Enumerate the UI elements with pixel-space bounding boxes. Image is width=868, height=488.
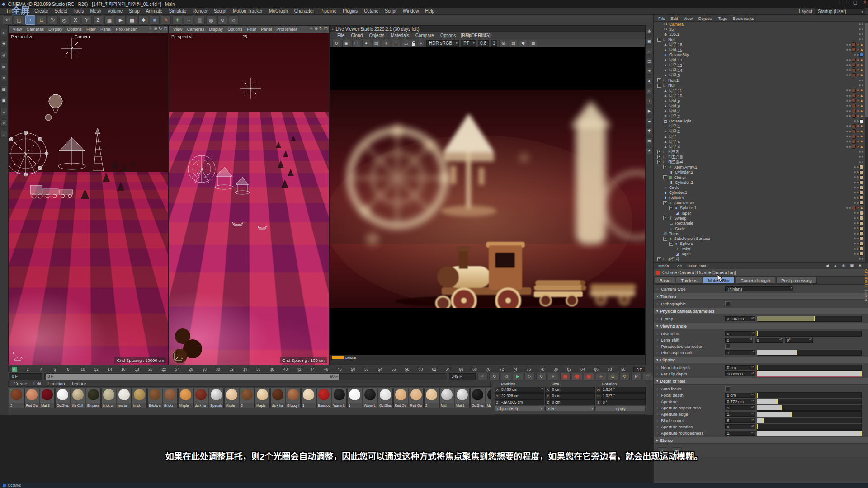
magnify-icon[interactable]: ◎	[0, 52, 8, 59]
section-clipping[interactable]: ▾Clipping	[654, 357, 868, 363]
clay-mode-icon[interactable]: ●	[362, 40, 370, 47]
objects-menu-item[interactable]: Objects	[366, 33, 387, 38]
object-tags[interactable]: ×▲	[846, 42, 863, 47]
restart-render-icon[interactable]: ↻	[332, 40, 340, 47]
material-dark-ha[interactable]: dark ha	[270, 388, 285, 408]
object-row-나무.9[interactable]: ▲나무.9×▲	[654, 98, 868, 103]
volume-menu-item[interactable]: Volume	[104, 8, 126, 14]
animation-dot-icon[interactable]: ○	[656, 351, 661, 354]
far-clip-depth-slider[interactable]	[757, 371, 862, 377]
select-menu-item[interactable]: Select	[51, 8, 70, 14]
section-depth-of-field[interactable]: ▾Depth of field	[654, 378, 868, 385]
viewport1-canvas[interactable]: Perspective Camera YX Grid Spacing : 100…	[9, 33, 168, 365]
animation-dot-icon[interactable]: ○	[656, 413, 661, 416]
current-frame-field[interactable]: 0 F	[9, 373, 42, 380]
material-specula[interactable]: Specula	[209, 388, 224, 408]
tab-camera-imager[interactable]: Camera Imager	[736, 277, 775, 284]
object-tags[interactable]	[859, 27, 863, 31]
near-clip-depth-slider[interactable]	[757, 365, 862, 371]
object-row-미끄럼틀[interactable]: +∟미끄럼틀	[654, 155, 868, 160]
minimize-icon[interactable]: —	[842, 0, 847, 5]
animation-dot-icon[interactable]: ○	[656, 317, 661, 320]
subframe-icon[interactable]: ▦	[529, 40, 537, 47]
material-mat[interactable]: Mat	[439, 388, 454, 408]
object-row-나무.13[interactable]: ▲나무.13×▲	[654, 57, 868, 62]
f-stop-slider[interactable]	[757, 316, 862, 322]
material-1[interactable]: 1	[347, 388, 362, 408]
picking-icon[interactable]: ✛	[382, 40, 390, 47]
sculpt-menu-item[interactable]: Sculpt	[211, 8, 230, 14]
render-region-icon[interactable]: ▩	[127, 15, 137, 25]
expand-icon[interactable]: +	[657, 78, 661, 82]
spline-icon[interactable]: ≈	[0, 74, 8, 81]
volume-icon[interactable]: ▒	[195, 15, 205, 25]
lens-shift-field-1[interactable]: 0▴▾	[755, 338, 783, 343]
object-tags[interactable]	[854, 165, 863, 169]
rotate-view-icon[interactable]: ↻	[159, 26, 162, 31]
object-tags[interactable]: ×▲	[846, 145, 863, 149]
close-icon[interactable]: ×	[863, 0, 866, 5]
object-row-나무.12[interactable]: ▲나무.12×▲	[654, 62, 868, 67]
camera-icon[interactable]: ⊙	[646, 28, 653, 35]
apply-button[interactable]: Apply	[596, 406, 646, 411]
render-view-icon[interactable]: ▶	[116, 15, 126, 25]
film-region-icon[interactable]: ▭	[402, 40, 410, 47]
mesh-menu-item[interactable]: Mesh	[87, 8, 104, 14]
camera-type-select[interactable]: Thinlens▾	[725, 286, 793, 291]
viewport-perspective-2[interactable]: ViewCamerasDisplayOptionsFilterPanelProR…	[169, 25, 329, 365]
primitive-cube-icon[interactable]: ■	[150, 15, 160, 25]
object-tags[interactable]	[859, 84, 863, 88]
resolution-scale-field[interactable]: 0.8	[478, 40, 489, 47]
object-tags[interactable]	[854, 242, 863, 246]
render-menu-item[interactable]: Render	[189, 8, 211, 14]
simulate-icon[interactable]: ∴	[184, 15, 193, 25]
object-row-circle[interactable]: ○Circle	[654, 226, 868, 231]
material-2[interactable]: ×2	[240, 388, 255, 408]
object-tags[interactable]: ×▲	[846, 58, 863, 62]
prorender-menu-item[interactable]: ProRender	[274, 27, 299, 32]
object-row-circle[interactable]: ○Circle	[654, 185, 868, 190]
function-menu-item[interactable]: Function	[44, 381, 68, 387]
animation-dot-icon[interactable]: ○	[656, 372, 661, 375]
panel-menu-item[interactable]: Panel	[98, 27, 113, 32]
section-viewing-angle[interactable]: ▾Viewing angle	[654, 323, 868, 329]
file-menu-item[interactable]: File	[334, 33, 348, 38]
loop-icon[interactable]: ↺	[536, 373, 547, 380]
object-row-null[interactable]: −∟Null	[654, 37, 868, 42]
material-warm-l[interactable]: Warm L	[332, 388, 347, 408]
rotation-b-field[interactable]: B0 °	[596, 399, 646, 405]
animation-dot-icon[interactable]: ○	[656, 287, 661, 291]
object-tags[interactable]: ×▲	[846, 94, 863, 98]
rotate-icon[interactable]: ↻	[48, 15, 58, 25]
size-y-field[interactable]: Y0 cm	[545, 393, 595, 399]
snap-menu-item[interactable]: Snap	[126, 8, 142, 14]
f-stop-field[interactable]: 3.236789▴▾	[725, 316, 755, 321]
animation-dot-icon[interactable]: ○	[656, 400, 661, 403]
object-row-torus[interactable]: ◎Torus	[654, 231, 868, 236]
object-row-나무.15[interactable]: ▲나무.15×▲	[654, 47, 868, 52]
axis-y-icon[interactable]: Y	[82, 15, 92, 25]
collapse-icon[interactable]: −	[657, 84, 661, 88]
pan-icon[interactable]: ✛	[149, 26, 153, 31]
material-dark-ha[interactable]: dark ha	[193, 388, 208, 408]
workplane-icon[interactable]: ▦	[0, 63, 8, 70]
position-x-field[interactable]: X8.468 cm▴▾	[495, 387, 544, 393]
material-red-oa[interactable]: Red Oa	[393, 388, 408, 408]
render-view[interactable]: DeMar	[330, 47, 645, 360]
material-2[interactable]: ×2	[9, 388, 24, 408]
object-tags[interactable]: ×▲	[846, 206, 863, 210]
pixel-aspect-ratio-field[interactable]: 1.▴▾	[725, 350, 755, 355]
keyframe-selection-icon[interactable]	[584, 373, 594, 380]
object-row-나무.2[interactable]: ≈나무.2×▲	[654, 129, 868, 134]
prorender-menu-item[interactable]: ProRender	[113, 27, 139, 32]
gear-icon[interactable]: ✱	[858, 263, 862, 268]
object-tags[interactable]	[854, 221, 863, 225]
material-bricks[interactable]: Bricks	[163, 388, 178, 408]
object-tags[interactable]: ×▲	[846, 63, 863, 67]
material-maple[interactable]: Maple	[178, 388, 193, 408]
material-brick-w[interactable]: ×brick w	[101, 388, 116, 408]
animation-dot-icon[interactable]: ○	[656, 345, 661, 348]
display-menu-item[interactable]: Display	[46, 27, 65, 32]
grid-icon[interactable]: ▦	[646, 137, 653, 144]
object-tags[interactable]	[859, 150, 863, 154]
